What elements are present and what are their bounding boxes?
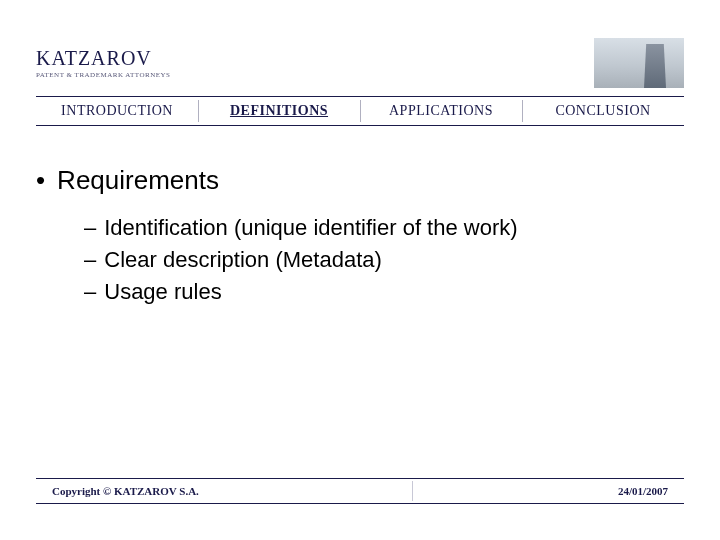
divider	[36, 125, 684, 126]
sub-bullet-list: – Identification (unique identifier of t…	[84, 212, 684, 308]
tab-definitions[interactable]: DEFINITIONS	[198, 97, 360, 125]
bullet-icon: •	[36, 165, 45, 196]
dash-icon: –	[84, 244, 96, 276]
list-item-text: Identification (unique identifier of the…	[104, 212, 517, 244]
list-item: – Identification (unique identifier of t…	[84, 212, 684, 244]
tab-label: INTRODUCTION	[61, 103, 173, 119]
copyright-text: Copyright © KATZAROV S.A.	[52, 485, 199, 497]
slide-content: • Requirements – Identification (unique …	[36, 165, 684, 308]
footer-row: Copyright © KATZAROV S.A. 24/01/2007	[36, 479, 684, 503]
list-item: – Clear description (Metadata)	[84, 244, 684, 276]
nav-bar: INTRODUCTION DEFINITIONS APPLICATIONS CO…	[36, 96, 684, 126]
divider	[36, 503, 684, 504]
list-item-text: Clear description (Metadata)	[104, 244, 382, 276]
footer: Copyright © KATZAROV S.A. 24/01/2007	[36, 478, 684, 504]
brand-logo: KATZAROV PATENT & TRADEMARK ATTORNEYS	[36, 47, 171, 79]
divider	[412, 481, 413, 501]
tab-conclusion[interactable]: CONCLUSION	[522, 97, 684, 125]
tab-label: DEFINITIONS	[230, 103, 328, 119]
brand-tagline: PATENT & TRADEMARK ATTORNEYS	[36, 71, 171, 79]
dash-icon: –	[84, 276, 96, 308]
brand-image-icon	[594, 38, 684, 88]
dash-icon: –	[84, 212, 96, 244]
brand-name: KATZAROV	[36, 47, 171, 70]
list-item: – Usage rules	[84, 276, 684, 308]
tab-label: CONCLUSION	[555, 103, 650, 119]
date-text: 24/01/2007	[618, 485, 668, 497]
tab-label: APPLICATIONS	[389, 103, 493, 119]
tab-introduction[interactable]: INTRODUCTION	[36, 97, 198, 125]
tab-applications[interactable]: APPLICATIONS	[360, 97, 522, 125]
heading-text: Requirements	[57, 165, 219, 196]
header: KATZAROV PATENT & TRADEMARK ATTORNEYS	[36, 38, 684, 88]
nav-tabs: INTRODUCTION DEFINITIONS APPLICATIONS CO…	[36, 97, 684, 125]
list-item-text: Usage rules	[104, 276, 221, 308]
bullet-heading: • Requirements	[36, 165, 684, 196]
